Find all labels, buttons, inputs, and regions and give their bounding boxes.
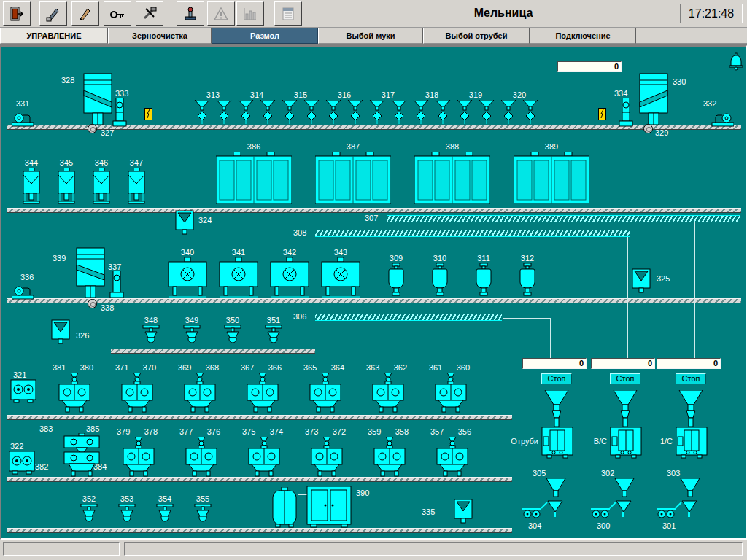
valve-icon <box>116 504 138 527</box>
spray-tool-button[interactable] <box>39 1 67 26</box>
equipment-label: 326 <box>76 331 89 340</box>
equipment-label: 347 <box>130 158 143 168</box>
hopper-funnels <box>194 100 232 125</box>
hopper-funnels <box>500 100 538 125</box>
equipment-label: 363 <box>366 363 379 373</box>
equipment-label: 352 <box>82 494 96 504</box>
equipment-label: 366 <box>268 363 282 373</box>
equipment-label: 373 <box>305 427 318 437</box>
probe-tool-button[interactable] <box>71 1 99 26</box>
funnel-valve-icon <box>522 100 538 125</box>
equipment-label: 325 <box>657 274 670 283</box>
roller-mill-unit: 369 368 <box>182 363 217 413</box>
sifter-row: 386 387 <box>216 142 589 204</box>
equipment-label: 320 <box>513 90 526 100</box>
equipment-label: 354 <box>158 494 171 504</box>
product-grade-label: В/С <box>575 437 607 446</box>
funnel-valve-icon <box>457 100 473 125</box>
equipment-label: 370 <box>143 363 156 373</box>
equipment-label: 368 <box>206 363 219 373</box>
roller-mill-icon <box>371 373 406 413</box>
report-button[interactable] <box>274 1 302 26</box>
equipment-label: 314 <box>250 90 263 100</box>
tab-zernoochistka[interactable]: Зерноочистка <box>108 28 212 44</box>
tab-upravlenie[interactable]: УПРАВЛЕНИЕ <box>0 28 108 44</box>
filter-icon <box>127 168 146 206</box>
equipment-label: 367 <box>241 363 254 373</box>
equipment-label: 321 <box>13 370 26 379</box>
tab-vyboy-otrubey[interactable]: Выбой отрубей <box>423 28 530 44</box>
aspirator-330 <box>639 73 668 125</box>
funnel-valve-icon <box>500 100 516 125</box>
equipment-label: 330 <box>673 77 686 86</box>
hopper-335 <box>454 499 473 524</box>
compressor-cabinet-390 <box>306 486 352 528</box>
equipment-label: 382 <box>35 462 48 471</box>
key-button[interactable] <box>104 1 131 26</box>
roller-mill-icon <box>120 373 155 413</box>
hopper-unit: 315 <box>282 90 320 125</box>
roller-mill-unit: 381 380 <box>57 363 92 413</box>
funnel-valve-icon <box>238 100 254 125</box>
blower-unit-321 <box>10 379 36 404</box>
mimic-canvas: 0 328 333 331 <box>0 45 747 540</box>
stamp-icon <box>182 6 198 22</box>
equipment-label: 371 <box>115 363 128 373</box>
equipment-label: 385 <box>86 424 99 433</box>
equipment-label: 345 <box>60 158 73 168</box>
roller-mill-unit: 377 376 <box>184 427 219 478</box>
stop-button[interactable]: Стоп <box>610 373 640 384</box>
equipment-label: 344 <box>25 158 38 168</box>
power-indicator-icon <box>598 108 606 120</box>
equipment-label: 358 <box>395 427 409 437</box>
equipment-label: 304 <box>528 521 541 530</box>
equipment-label: 388 <box>446 142 459 152</box>
warning-icon <box>213 6 229 22</box>
bagging-scale-icon <box>589 499 632 520</box>
sifter-unit: 389 <box>514 142 589 204</box>
equipment-label: 332 <box>703 99 716 108</box>
valve-unit: 355 <box>192 494 214 527</box>
roller-mill-icon <box>247 437 282 478</box>
equipment-label: 353 <box>120 494 133 504</box>
equipment-label: 381 <box>53 363 66 373</box>
screw-conveyor-308 <box>315 230 630 237</box>
valve-icon <box>154 504 176 527</box>
tab-podklyuchenie[interactable]: Подключение <box>530 28 636 44</box>
screw-conveyor-307 <box>387 215 740 222</box>
status-cell-main <box>124 542 743 556</box>
exit-button[interactable] <box>3 1 31 26</box>
alarm-bell-button[interactable] <box>727 52 746 71</box>
hopper-unit: 313 <box>194 90 232 125</box>
equipment-label: 389 <box>545 142 558 152</box>
trend-chart-button[interactable] <box>236 1 264 26</box>
equipment-label: 376 <box>207 427 220 437</box>
equipment-label: 375 <box>242 427 255 437</box>
roller-mill-unit: 375 374 <box>247 427 282 478</box>
equipment-label: 318 <box>425 90 438 100</box>
bagging-scale-icon <box>655 499 697 520</box>
weight-display: 0 <box>657 358 721 369</box>
spray-tool-icon <box>45 6 61 22</box>
equipment-label: 348 <box>144 316 158 325</box>
equipment-label: 386 <box>247 142 260 152</box>
mixer-icon <box>321 257 360 298</box>
alarm-counter-display: 0 <box>557 61 622 72</box>
equipment-label: 324 <box>198 216 212 225</box>
stamp-button[interactable] <box>177 1 204 26</box>
roller-mill-icon <box>184 437 219 478</box>
valve-icon <box>192 504 214 527</box>
tab-razmol[interactable]: Размол <box>212 28 318 44</box>
equipment-label: 361 <box>429 363 442 373</box>
service-tools-button[interactable] <box>136 1 163 26</box>
roller-mill-icon <box>182 373 217 413</box>
tab-vyboy-muki[interactable]: Выбой муки <box>318 28 423 44</box>
conveyor-line-5 <box>7 415 512 420</box>
alarm-warning-button[interactable] <box>207 1 235 26</box>
hopper-funnels <box>325 100 363 125</box>
equipment-label: 378 <box>144 427 158 437</box>
equipment-label: 303 <box>667 469 680 478</box>
stop-button[interactable]: Стоп <box>541 373 572 384</box>
stop-button[interactable]: Стоп <box>676 373 706 384</box>
report-icon <box>280 6 296 22</box>
